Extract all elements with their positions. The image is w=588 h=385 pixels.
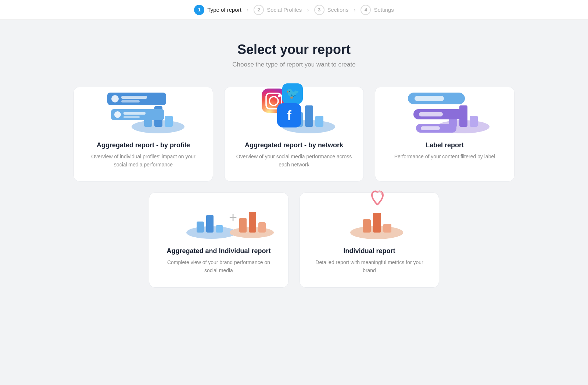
step-1-label: Type of report	[207, 7, 241, 13]
svg-rect-27	[470, 116, 478, 127]
chevron-1: ›	[247, 7, 248, 13]
page-content: Select your report Choose the type of re…	[0, 20, 588, 302]
svg-rect-44	[363, 219, 371, 233]
card-aggregated-profile-title: Aggregated report - by profile	[97, 141, 190, 149]
card-aggregated-individual-desc: Complete view of your brand performance …	[160, 259, 277, 274]
svg-rect-14	[305, 105, 313, 127]
card-aggregated-network[interactable]: 🐦 f Agg	[224, 87, 364, 181]
svg-rect-11	[123, 116, 140, 118]
chevron-3: ›	[354, 7, 355, 13]
step-1-num: 1	[194, 5, 204, 15]
svg-rect-10	[123, 112, 146, 115]
svg-rect-40	[239, 218, 247, 233]
card-aggregated-individual[interactable]: + Aggregated and Individual report Compl…	[149, 192, 288, 287]
card-label-title: Label report	[426, 141, 464, 149]
svg-point-5	[111, 95, 119, 102]
svg-rect-42	[258, 222, 266, 233]
card-aggregated-individual-title: Aggregated and Individual report	[166, 247, 270, 255]
svg-rect-15	[315, 116, 323, 127]
svg-rect-33	[421, 126, 440, 130]
card-individual-title: Individual report	[343, 247, 395, 255]
card-illustration-individual	[311, 178, 428, 241]
step-3[interactable]: 3 Sections	[314, 5, 349, 15]
card-illustration-label	[386, 72, 503, 135]
svg-rect-37	[216, 225, 223, 233]
step-4-num: 4	[361, 5, 371, 15]
card-illustration-aggregated-network: 🐦 f	[236, 72, 352, 135]
page-title: Select your report	[237, 42, 351, 57]
card-individual[interactable]: Individual report Detailed report with m…	[300, 192, 439, 287]
step-2-label: Social Profiles	[267, 7, 302, 13]
card-illustration-aggregated-individual: +	[160, 178, 277, 241]
svg-rect-7	[121, 100, 140, 102]
stepper-bar: 1 Type of report › 2 Social Profiles › 3…	[0, 0, 588, 20]
svg-rect-45	[373, 213, 381, 233]
card-individual-desc: Detailed report with meaningful metrics …	[311, 259, 428, 274]
svg-rect-6	[121, 96, 147, 99]
card-label[interactable]: Label report Performance of your content…	[375, 87, 514, 181]
svg-rect-36	[206, 215, 214, 233]
svg-rect-41	[249, 212, 256, 233]
card-aggregated-network-desc: Overview of your social media performanc…	[236, 153, 352, 169]
card-label-desc: Performance of your content filtered by …	[394, 153, 495, 161]
card-aggregated-network-title: Aggregated report - by network	[245, 141, 343, 149]
page-subtitle: Choose the type of report you want to cr…	[232, 61, 355, 68]
svg-rect-31	[419, 112, 443, 116]
svg-rect-29	[415, 96, 444, 101]
svg-text:🐦: 🐦	[286, 87, 300, 100]
step-3-num: 3	[314, 5, 325, 15]
cards-row-2: + Aggregated and Individual report Compl…	[149, 192, 439, 287]
step-1[interactable]: 1 Type of report	[194, 5, 241, 15]
cards-row-1: Aggregated report - by profile Overview …	[74, 87, 514, 181]
svg-text:+: +	[229, 210, 237, 225]
step-4-label: Settings	[374, 7, 394, 13]
step-4[interactable]: 4 Settings	[361, 5, 394, 15]
chevron-2: ›	[307, 7, 309, 13]
card-aggregated-profile[interactable]: Aggregated report - by profile Overview …	[74, 87, 213, 181]
step-2-num: 2	[254, 5, 264, 15]
svg-point-9	[114, 111, 121, 118]
card-aggregated-profile-desc: Overview of individual profiles' impact …	[85, 153, 202, 169]
step-3-label: Sections	[327, 7, 349, 13]
step-2[interactable]: 2 Social Profiles	[254, 5, 302, 15]
svg-text:f: f	[287, 108, 292, 123]
svg-point-19	[278, 94, 281, 97]
svg-rect-3	[165, 116, 173, 127]
svg-rect-46	[383, 224, 391, 233]
card-illustration-aggregated-profile	[85, 72, 202, 135]
svg-rect-35	[197, 222, 204, 233]
